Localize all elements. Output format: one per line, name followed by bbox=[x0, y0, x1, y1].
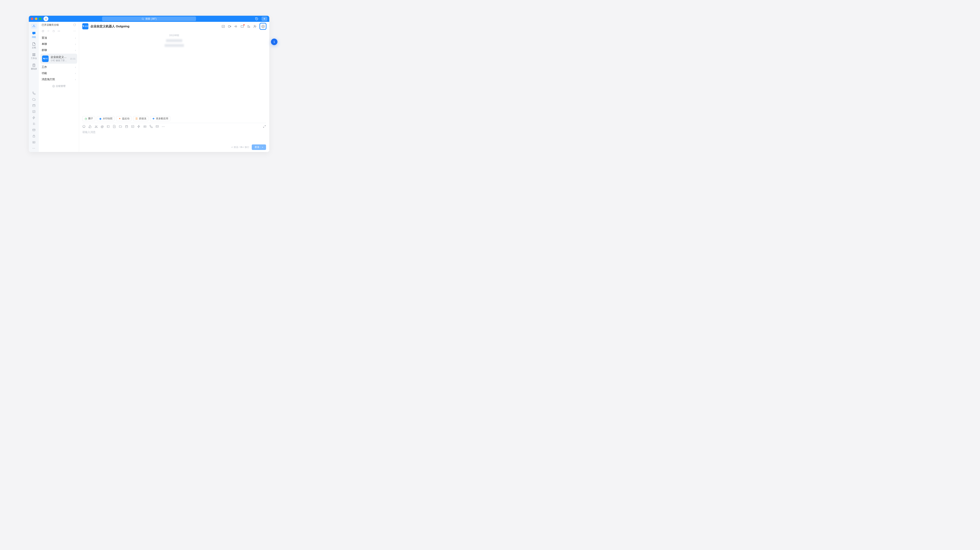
mail-icon[interactable] bbox=[32, 128, 35, 132]
sidebar-section-work[interactable]: 工作 › bbox=[39, 64, 79, 70]
announce-icon[interactable] bbox=[234, 25, 238, 28]
chat-list-item[interactable]: ◥钉钉 企业自定义机器... 小钉 修改了群头像 15:31 bbox=[40, 54, 77, 63]
filter-clock-icon[interactable]: ◷ bbox=[52, 29, 55, 32]
sidebar-header-label: 已开启聊天分组 bbox=[41, 23, 59, 27]
sidebar-filters: @ ☆ ◷ ▭ ⋯ bbox=[39, 28, 79, 34]
text-icon[interactable] bbox=[32, 122, 35, 125]
call-icon[interactable] bbox=[150, 125, 153, 128]
svg-rect-27 bbox=[132, 125, 134, 128]
nav-label: 通讯录 bbox=[31, 68, 37, 70]
history-button[interactable] bbox=[254, 16, 259, 21]
nav-bottom: ⋯ bbox=[29, 92, 39, 150]
chat-header: ◥ 钉钉 企业自定义机器人 Outgoing bbox=[79, 22, 269, 31]
section-label: 消息免打扰 bbox=[41, 78, 55, 81]
sidebar-section-group[interactable]: 群聊 › bbox=[39, 47, 79, 53]
minimize-window-button[interactable] bbox=[35, 17, 37, 20]
chat-subtitle: 小钉 修改了群头像 bbox=[51, 59, 68, 62]
app-chip-chain[interactable]: ☰ 群接龙 bbox=[133, 116, 148, 121]
more-icon[interactable]: ⋯ bbox=[162, 125, 165, 128]
task-icon[interactable] bbox=[131, 125, 134, 128]
app-chip-more[interactable]: ❖ 更多酷应用 bbox=[150, 116, 170, 121]
blurred-message bbox=[165, 44, 184, 47]
svg-point-1 bbox=[46, 18, 46, 19]
chip-label: 更多酷应用 bbox=[156, 117, 168, 120]
chevron-right-icon: › bbox=[75, 49, 76, 52]
send-button[interactable]: 发送 ▾ bbox=[252, 144, 266, 150]
bolt-icon[interactable] bbox=[32, 116, 35, 119]
search-placeholder: 搜索 (⌘F) bbox=[145, 17, 157, 21]
sidebar-section-feature[interactable]: 功能 › bbox=[39, 70, 79, 76]
refresh-icon[interactable] bbox=[73, 24, 76, 26]
filter-device-icon[interactable]: ▭ bbox=[57, 29, 60, 32]
sidebar: 已开启聊天分组 @ ☆ ◷ ▭ ⋯ 置顶 › 单聊 › bbox=[39, 22, 79, 152]
filter-at-icon[interactable]: @ bbox=[41, 29, 44, 32]
calendar-icon[interactable] bbox=[125, 125, 128, 128]
svg-point-3 bbox=[142, 18, 143, 20]
nav-messages[interactable]: 消息 bbox=[30, 30, 38, 40]
callout-badge: 1 bbox=[271, 38, 277, 45]
filter-more-icon[interactable]: ⋯ bbox=[73, 29, 76, 32]
live-icon[interactable] bbox=[143, 125, 146, 128]
more-icon[interactable]: ⋯ bbox=[32, 147, 35, 150]
main: ◥ 钉钉 企业自定义机器人 Outgoing 16分钟前 bbox=[79, 22, 269, 152]
app-avatar[interactable] bbox=[43, 16, 48, 21]
callout-number: 1 bbox=[274, 40, 275, 43]
cloud-icon[interactable] bbox=[32, 98, 35, 101]
send-dropdown-icon[interactable]: ▾ bbox=[261, 146, 263, 148]
search-input[interactable]: 搜索 (⌘F) bbox=[102, 16, 196, 21]
card-icon[interactable] bbox=[107, 125, 110, 128]
section-label: 置顶 bbox=[41, 36, 47, 40]
folder-icon[interactable] bbox=[119, 125, 122, 128]
check-icon[interactable] bbox=[32, 110, 35, 113]
search-in-chat-icon[interactable] bbox=[247, 25, 250, 28]
sidebar-section-direct[interactable]: 单聊 › bbox=[39, 41, 79, 47]
sidebar-section-dnd[interactable]: 消息免打扰 › bbox=[39, 76, 79, 82]
maximize-window-button[interactable] bbox=[39, 17, 41, 20]
add-member-icon[interactable] bbox=[253, 25, 257, 28]
app-chip-watermark[interactable]: ◉ 水印拍照 bbox=[97, 116, 115, 121]
sidebar-section-pinned[interactable]: 置顶 › bbox=[39, 35, 79, 41]
sidebar-manage-groups[interactable]: 分组管理 bbox=[39, 82, 79, 90]
expand-icon[interactable] bbox=[263, 125, 266, 128]
manage-label: 分组管理 bbox=[56, 84, 65, 88]
app-chip-sport[interactable]: ✦ 益起动 bbox=[116, 116, 132, 121]
todo-icon[interactable] bbox=[221, 25, 225, 28]
mail-icon[interactable] bbox=[156, 125, 159, 128]
nav-org[interactable] bbox=[31, 24, 37, 29]
folder-icon[interactable] bbox=[240, 25, 244, 28]
bag-icon[interactable] bbox=[32, 135, 35, 138]
message-input[interactable] bbox=[82, 130, 266, 143]
close-window-button[interactable] bbox=[31, 17, 33, 20]
section-label: 工作 bbox=[41, 65, 47, 69]
upload-file-icon[interactable] bbox=[113, 125, 116, 128]
svg-rect-13 bbox=[33, 111, 35, 113]
nav-docs[interactable]: 文档 bbox=[30, 41, 38, 51]
svg-rect-25 bbox=[107, 125, 110, 128]
emoji-icon[interactable] bbox=[82, 125, 86, 128]
svg-rect-9 bbox=[33, 55, 34, 56]
nav-contacts[interactable]: 通讯录 bbox=[30, 62, 38, 71]
chevron-right-icon: › bbox=[75, 36, 76, 40]
flash-icon[interactable] bbox=[137, 125, 140, 128]
calendar-icon[interactable] bbox=[32, 104, 35, 107]
app-chip-circle[interactable]: ◷ 圈子 bbox=[82, 116, 95, 121]
cut-icon[interactable] bbox=[94, 125, 98, 128]
svg-point-16 bbox=[53, 86, 54, 87]
like-icon[interactable] bbox=[88, 125, 92, 128]
window-controls bbox=[31, 17, 41, 20]
chat-header-actions bbox=[221, 23, 266, 30]
add-button[interactable] bbox=[261, 16, 267, 21]
filter-star-icon[interactable]: ☆ bbox=[47, 29, 49, 32]
mention-icon[interactable]: @ bbox=[101, 125, 104, 128]
live-icon[interactable] bbox=[32, 141, 35, 144]
video-icon[interactable] bbox=[228, 25, 231, 28]
chevron-right-icon: › bbox=[75, 65, 76, 69]
settings-icon[interactable] bbox=[259, 23, 266, 30]
chat-avatar: ◥钉钉 bbox=[42, 55, 49, 62]
nav-workbench[interactable]: 工作台 bbox=[30, 52, 38, 61]
chip-label: 圈子 bbox=[88, 117, 93, 120]
blurred-message bbox=[166, 39, 182, 42]
svg-rect-8 bbox=[34, 54, 35, 54]
phone-icon[interactable] bbox=[32, 92, 35, 95]
nav-rail: 消息 文档 工作台 通讯录 bbox=[29, 22, 39, 152]
